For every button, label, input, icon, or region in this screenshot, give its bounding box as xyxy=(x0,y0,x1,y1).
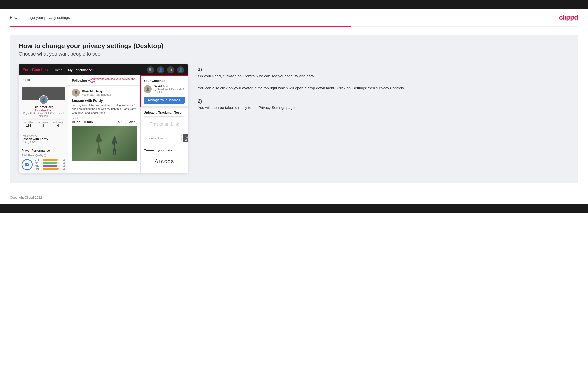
activity-username: Blair McHarg xyxy=(82,89,112,93)
header-title: How to change your privacy settings xyxy=(10,15,70,20)
nav-icons: 🔍 👤 ⊕ 👤 xyxy=(147,66,184,73)
bar-label: APP xyxy=(35,162,42,164)
trackman-title: Upload a Trackman Test xyxy=(144,111,185,114)
add-link-button[interactable]: Add Link xyxy=(183,134,188,142)
bar-label: PUTT xyxy=(35,168,42,170)
bar-fill xyxy=(43,165,57,167)
info-icon[interactable]: ⓘ xyxy=(44,154,46,157)
header: How to change your privacy settings clip… xyxy=(0,9,588,26)
instruction-1-number: 1) xyxy=(198,67,569,72)
arccos-text: Arccos xyxy=(147,158,182,165)
main-subtitle: Choose what you want people to see xyxy=(19,51,569,57)
copyright-text: Copyright Clippd 2022 xyxy=(10,196,42,199)
tag-ott: OTT xyxy=(116,120,126,124)
app-screenshot: Your Coaches Home My Performance 🔍 👤 ⊕ 👤… xyxy=(19,64,188,173)
bar-row-putt: PUTT 96 xyxy=(35,168,65,170)
app-feed: Following ▾ Control who can see your act… xyxy=(68,75,141,173)
followers-value: 3 xyxy=(38,124,48,127)
tpq-bars: OTT 90 APP 85 ARG 86 xyxy=(35,159,65,171)
chevron-down-icon: ▾ xyxy=(88,79,90,82)
profile-banner: 👤 xyxy=(22,87,65,100)
instruction-1: 1) On your Feed, click/tap on 'Control w… xyxy=(198,67,569,91)
instruction-2: 2) You will then be taken directly to th… xyxy=(198,99,569,111)
app-nav: Your Coaches Home My Performance 🔍 👤 ⊕ 👤 xyxy=(19,64,188,75)
golfer1-silhouette xyxy=(91,134,106,158)
golfer2-silhouette xyxy=(108,136,121,158)
bar-fill xyxy=(43,159,58,161)
people-icon[interactable]: 👤 xyxy=(157,66,164,73)
pin-icon: 📍 xyxy=(154,90,157,92)
stat-following: Following 4 xyxy=(53,121,63,127)
trackman-box: Trackman Link xyxy=(144,116,185,132)
nav-my-performance[interactable]: My Performance xyxy=(68,68,92,72)
main-title: How to change your privacy settings (Des… xyxy=(19,42,569,50)
followers-label: Followers xyxy=(38,121,48,124)
stat-activities: Activities 131 xyxy=(24,121,33,127)
coach-row: 👤 David Ford 📍 Royal North Devon Golf Cl… xyxy=(144,85,185,94)
arccos-box: Arccos xyxy=(144,154,185,169)
red-highlight-box: Your Coaches 👤 David Ford 📍 Royal North … xyxy=(140,75,188,107)
footer: Copyright Clippd 2022 xyxy=(0,191,588,204)
activity-date: Yesterday · Sunningdale xyxy=(82,93,112,96)
tpq-label: Total Player Quality ⓘ xyxy=(22,154,65,157)
trackman-section: Upload a Trackman Test Trackman Link Add… xyxy=(141,108,188,145)
bar-track xyxy=(43,165,59,167)
following-button[interactable]: Following ▾ xyxy=(72,79,90,82)
duration-row: 01 hr : 30 min OTT APP xyxy=(72,120,137,124)
app-logo: Your Coaches xyxy=(23,68,48,72)
top-bar xyxy=(0,0,588,9)
instructions-column: 1) On your Feed, click/tap on 'Control w… xyxy=(198,64,569,118)
latest-activity-date: 03 Aug 2022 xyxy=(22,141,65,144)
profile-avatar: 👤 xyxy=(39,95,48,104)
duration-value: 01 hr : 30 min xyxy=(72,120,93,124)
bottom-bar xyxy=(0,204,588,213)
latest-activity-label: Latest Activity xyxy=(22,135,65,137)
bar-row-app: APP 85 xyxy=(35,162,65,164)
plus-circle-icon[interactable]: ⊕ xyxy=(167,66,174,73)
latest-activity: Latest Activity Lesson with Fordy 03 Aug… xyxy=(19,132,68,146)
nav-home[interactable]: Home xyxy=(54,68,62,72)
trackman-input-row: Add Link xyxy=(144,134,185,142)
profile-handicap: Plus Handicap xyxy=(22,109,65,112)
following-label: Following xyxy=(53,121,63,124)
search-icon[interactable]: 🔍 xyxy=(147,66,154,73)
stat-followers: Followers 3 xyxy=(38,121,48,127)
privacy-control-link[interactable]: Control who can see your activity and da… xyxy=(90,77,137,83)
tpq-score: 92 xyxy=(22,159,33,170)
bar-label: OTT xyxy=(35,159,42,161)
bar-value: 86 xyxy=(60,165,65,167)
coaches-section-title: Your Coaches xyxy=(144,79,185,83)
bar-track xyxy=(43,162,59,164)
coach-club: 📍 Royal North Devon Golf Club xyxy=(154,88,185,94)
activity-user-info: Blair McHarg Yesterday · Sunningdale xyxy=(82,89,112,96)
connect-section: Connect your data Arccos xyxy=(141,145,188,172)
connect-title: Connect your data xyxy=(144,148,185,152)
feed-tab[interactable]: Feed xyxy=(19,75,68,84)
profile-name: Blair McHarg xyxy=(22,105,65,109)
coach-info: David Ford 📍 Royal North Devon Golf Club xyxy=(154,85,185,94)
avatar-icon[interactable]: 👤 xyxy=(177,66,184,73)
bar-fill xyxy=(43,168,59,170)
profile-club: Royal North Devon Golf Club, United King… xyxy=(22,112,65,117)
profile-stats: Activities 131 Followers 3 Following 4 xyxy=(22,119,65,129)
trackman-input[interactable] xyxy=(144,134,182,142)
two-col-layout: Your Coaches Home My Performance 🔍 👤 ⊕ 👤… xyxy=(19,64,569,173)
tag-app: APP xyxy=(127,120,137,124)
activity-avatar: 👤 xyxy=(72,89,80,97)
bar-value: 85 xyxy=(60,162,65,164)
tpq-row: 92 OTT 90 APP 85 ARG xyxy=(22,159,65,171)
instruction-2-number: 2) xyxy=(198,99,569,104)
manage-coaches-button[interactable]: Manage Your Coaches xyxy=(144,97,185,104)
bar-label: ARG xyxy=(35,165,42,167)
instruction-1-text: On your Feed, click/tap on 'Control who … xyxy=(198,73,569,91)
instruction-2-text: You will then be taken directly to the P… xyxy=(198,105,569,111)
app-sidebar: Feed 👤 Blair McHarg Plus Handicap Royal … xyxy=(19,75,68,173)
bar-value: 90 xyxy=(60,159,65,161)
following-value: 4 xyxy=(53,124,63,127)
profile-card: 👤 Blair McHarg Plus Handicap Royal North… xyxy=(19,84,68,132)
logo: clippd xyxy=(559,13,578,21)
activity-title: Lesson with Fordy xyxy=(72,99,137,103)
bar-track xyxy=(43,168,59,170)
bar-track xyxy=(43,159,59,161)
coach-name: David Ford xyxy=(154,85,185,88)
